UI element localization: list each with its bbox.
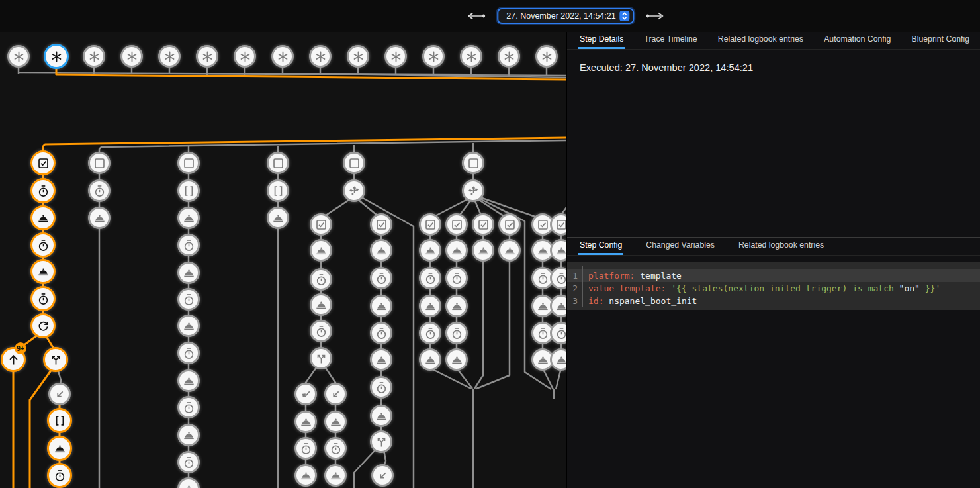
node-room-service-icon[interactable] bbox=[310, 293, 332, 316]
node-timer-icon[interactable] bbox=[177, 396, 200, 418]
tab-step-config[interactable]: Step Config bbox=[580, 240, 622, 255]
tab-blueprint-config[interactable]: Blueprint Config bbox=[912, 34, 970, 49]
node-arrow-decision-icon[interactable] bbox=[343, 179, 365, 202]
node-asterisk-icon[interactable] bbox=[83, 45, 105, 68]
node-asterisk-icon[interactable] bbox=[7, 45, 30, 68]
tab-related-logbook-entries[interactable]: Related logbook entries bbox=[718, 34, 803, 49]
node-asterisk-icon[interactable] bbox=[196, 45, 218, 68]
node-room-service-icon[interactable] bbox=[310, 239, 332, 262]
node-timer-icon[interactable] bbox=[419, 267, 441, 289]
node-timer-icon[interactable] bbox=[445, 322, 468, 344]
node-timer-icon[interactable] bbox=[88, 179, 111, 202]
node-arrow-left-check-icon[interactable] bbox=[294, 383, 317, 405]
node-timer-icon[interactable] bbox=[177, 451, 200, 473]
node-timer-icon[interactable] bbox=[310, 320, 332, 342]
node-room-service-icon[interactable] bbox=[177, 424, 200, 446]
node-code-brackets-icon[interactable] bbox=[47, 408, 72, 433]
node-code-brackets-icon[interactable] bbox=[177, 179, 200, 202]
node-checkbox-marked-icon[interactable] bbox=[445, 213, 468, 236]
tab-changed-variables[interactable]: Changed Variables bbox=[646, 240, 715, 255]
node-checkbox-blank-icon[interactable] bbox=[88, 152, 111, 174]
node-refresh-icon[interactable] bbox=[30, 313, 56, 338]
node-asterisk-icon[interactable] bbox=[498, 45, 520, 68]
node-checkbox-marked-icon[interactable] bbox=[498, 213, 521, 236]
node-asterisk-icon[interactable] bbox=[44, 44, 69, 69]
node-checkbox-marked-icon[interactable] bbox=[310, 213, 332, 236]
node-timer-icon[interactable] bbox=[30, 232, 56, 258]
node-timer-icon[interactable] bbox=[177, 342, 200, 364]
node-asterisk-icon[interactable] bbox=[422, 45, 445, 68]
node-room-service-icon[interactable] bbox=[267, 207, 289, 229]
node-checkbox-blank-icon[interactable] bbox=[177, 152, 200, 174]
next-trace-icon[interactable] bbox=[645, 12, 666, 20]
node-room-service-icon[interactable] bbox=[445, 348, 468, 371]
tab-step-related-logbook-entries[interactable]: Related logbook entries bbox=[738, 240, 824, 255]
node-room-service-icon[interactable] bbox=[370, 295, 392, 317]
node-arrow-bottom-left-icon[interactable] bbox=[371, 464, 394, 487]
node-asterisk-icon[interactable] bbox=[234, 45, 256, 68]
node-room-service-icon[interactable] bbox=[498, 239, 521, 262]
node-timer-icon[interactable] bbox=[310, 268, 332, 291]
node-timer-icon[interactable] bbox=[445, 267, 468, 289]
node-room-service-icon[interactable] bbox=[88, 207, 111, 229]
node-checkbox-blank-icon[interactable] bbox=[343, 152, 365, 174]
node-timer-icon[interactable] bbox=[370, 267, 392, 289]
node-room-service-icon[interactable] bbox=[445, 239, 468, 262]
node-room-service-icon[interactable] bbox=[324, 411, 347, 433]
node-timer-icon[interactable] bbox=[324, 437, 347, 460]
node-room-service-icon[interactable] bbox=[472, 239, 494, 262]
node-checkbox-blank-icon[interactable] bbox=[462, 152, 484, 174]
node-timer-icon[interactable] bbox=[30, 178, 56, 203]
node-room-service-icon[interactable] bbox=[370, 239, 392, 262]
node-timer-icon[interactable] bbox=[177, 234, 200, 256]
tab-step-details[interactable]: Step Details bbox=[580, 34, 623, 49]
node-asterisk-icon[interactable] bbox=[460, 45, 482, 68]
node-asterisk-icon[interactable] bbox=[158, 45, 181, 68]
node-call-split-icon[interactable] bbox=[370, 430, 392, 453]
tab-trace-timeline[interactable]: Trace Timeline bbox=[644, 34, 697, 49]
node-room-service-icon[interactable] bbox=[324, 464, 347, 487]
node-room-service-icon[interactable] bbox=[177, 315, 200, 337]
node-asterisk-icon[interactable] bbox=[309, 45, 332, 68]
node-checkbox-marked-icon[interactable] bbox=[370, 213, 392, 236]
node-code-brackets-icon[interactable] bbox=[267, 179, 289, 202]
node-room-service-icon[interactable] bbox=[419, 295, 441, 317]
node-timer-icon[interactable] bbox=[419, 322, 441, 344]
node-arrow-bottom-left-icon[interactable] bbox=[48, 383, 71, 405]
node-room-service-icon[interactable] bbox=[419, 239, 441, 262]
node-asterisk-icon[interactable] bbox=[535, 45, 558, 68]
node-room-service-icon[interactable] bbox=[294, 411, 317, 433]
node-room-service-icon[interactable] bbox=[177, 207, 200, 229]
node-room-service-icon[interactable] bbox=[30, 259, 56, 284]
node-room-service-icon[interactable] bbox=[177, 262, 200, 284]
node-asterisk-icon[interactable] bbox=[271, 45, 294, 68]
node-room-service-icon[interactable] bbox=[419, 348, 441, 371]
node-call-split-icon[interactable] bbox=[43, 347, 68, 372]
node-checkbox-marked-icon[interactable] bbox=[472, 213, 494, 236]
node-room-service-icon[interactable] bbox=[177, 369, 200, 392]
node-arrow-bottom-left-icon[interactable] bbox=[324, 383, 347, 405]
node-timer-icon[interactable] bbox=[47, 463, 72, 488]
node-asterisk-icon[interactable] bbox=[347, 45, 369, 68]
node-checkbox-blank-icon[interactable] bbox=[267, 152, 289, 174]
tab-automation-config[interactable]: Automation Config bbox=[824, 34, 891, 49]
node-arrow-decision-icon[interactable] bbox=[462, 179, 484, 202]
node-timer-icon[interactable] bbox=[294, 437, 317, 460]
node-asterisk-icon[interactable] bbox=[120, 45, 143, 68]
node-timer-icon[interactable] bbox=[30, 286, 56, 311]
trace-run-select[interactable]: 27. November 2022, 14:54:21 bbox=[497, 8, 634, 24]
node-timer-icon[interactable] bbox=[370, 376, 392, 399]
node-room-service-icon[interactable] bbox=[47, 436, 72, 461]
node-asterisk-icon[interactable] bbox=[384, 45, 407, 68]
node-checkbox-marked-icon[interactable] bbox=[419, 213, 441, 236]
node-call-split-icon[interactable] bbox=[310, 347, 332, 369]
node-room-service-icon[interactable] bbox=[370, 405, 392, 427]
previous-trace-icon[interactable] bbox=[465, 12, 486, 20]
node-room-service-icon[interactable] bbox=[30, 205, 56, 230]
node-checkbox-marked-icon[interactable] bbox=[30, 150, 56, 175]
node-timer-icon[interactable] bbox=[177, 288, 200, 311]
node-room-service-icon[interactable] bbox=[370, 348, 392, 371]
node-room-service-icon[interactable] bbox=[445, 295, 468, 317]
node-room-service-icon[interactable] bbox=[294, 464, 317, 487]
node-timer-icon[interactable] bbox=[370, 322, 392, 344]
